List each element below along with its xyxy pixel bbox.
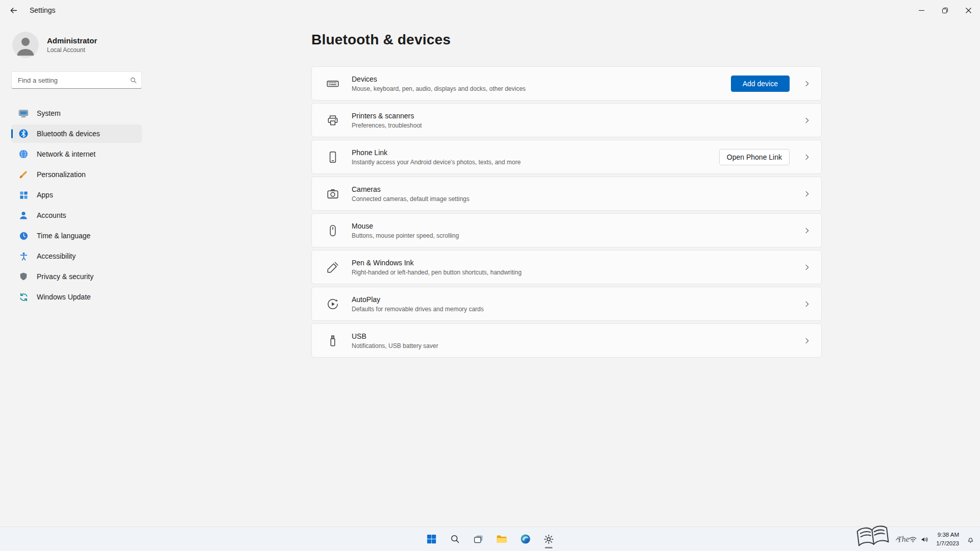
settings-card-pen-windows-ink[interactable]: Pen & Windows Ink Right-handed or left-h… [311,250,822,284]
sidebar: Administrator Local Account System Bluet… [0,20,153,527]
mouse-icon [326,224,339,237]
back-arrow-icon [9,6,18,15]
card-title: USB [352,332,803,340]
clock-tray-button[interactable]: 9:38 AM 1/7/2023 [933,529,962,549]
camera-icon [326,187,339,201]
chevron-right-icon [803,337,811,345]
sidebar-item-system[interactable]: System [11,104,142,122]
card-text: Printers & scanners Preferences, trouble… [352,112,803,129]
chevron-right-icon [803,116,811,124]
restore-icon [942,8,948,13]
user-name: Administrator [47,36,97,45]
bell-icon [966,535,975,544]
card-title: Printers & scanners [352,112,803,120]
sidebar-item-label: System [37,109,61,117]
file-explorer-icon [496,533,508,545]
page-title: Bluetooth & devices [311,32,822,48]
taskbar-search-button[interactable] [445,529,465,549]
card-title: Mouse [352,222,803,230]
settings-card-usb[interactable]: USB Notifications, USB battery saver [311,323,822,358]
card-text: Cameras Connected cameras, default image… [352,185,803,203]
card-text: USB Notifications, USB battery saver [352,332,803,349]
settings-app-button[interactable] [538,529,559,549]
back-button[interactable] [4,2,22,18]
card-title: Phone Link [352,148,719,157]
open-phone-link-button[interactable]: Open Phone Link [719,149,790,165]
sidebar-item-label: Windows Update [37,293,91,301]
card-title: AutoPlay [352,295,803,304]
sidebar-item-label: Network & internet [37,150,95,158]
personalization-icon [18,169,29,180]
card-subtitle: Instantly access your Android device's p… [352,159,719,166]
bluetooth-icon [18,129,29,139]
start-button[interactable] [421,529,442,549]
main-content: Bluetooth & devices Devices Mouse, keybo… [153,20,980,527]
system-tray: 9:38 AM 1/7/2023 [891,527,978,551]
restore-button[interactable] [933,0,957,20]
settings-card-phone-link[interactable]: Phone Link Instantly access your Android… [311,140,822,174]
devices-icon [326,77,339,90]
sidebar-item-accessibility[interactable]: Accessibility [11,247,142,265]
card-subtitle: Mouse, keyboard, pen, audio, displays an… [352,85,731,92]
add-device-button[interactable]: Add device [731,76,790,92]
settings-card-devices[interactable]: Devices Mouse, keyboard, pen, audio, dis… [311,66,822,101]
search-input[interactable] [12,77,130,84]
settings-card-printers-scanners[interactable]: Printers & scanners Preferences, trouble… [311,103,822,137]
sidebar-item-time-language[interactable]: Time & language [11,227,142,245]
card-text: AutoPlay Defaults for removable drives a… [352,295,803,313]
file-explorer-button[interactable] [492,529,512,549]
accessibility-icon [18,251,29,261]
sidebar-item-windows-update[interactable]: Windows Update [11,288,142,306]
tray-date: 1/7/2023 [936,539,959,548]
task-view-icon [473,534,484,544]
chevron-right-icon [803,300,811,308]
minimize-button[interactable] [910,0,933,20]
chevron-right-icon [803,263,811,271]
titlebar: Settings [0,0,980,20]
chevron-right-icon [803,80,811,88]
card-subtitle: Defaults for removable drives and memory… [352,306,803,313]
network-volume-button[interactable] [905,529,932,549]
close-icon [966,8,971,13]
notification-center-button[interactable] [963,529,978,549]
autoplay-icon [326,297,339,311]
sidebar-item-label: Time & language [37,232,90,240]
sidebar-item-network-internet[interactable]: Network & internet [11,145,142,163]
privacy-icon [18,271,29,282]
sidebar-item-accounts[interactable]: Accounts [11,206,142,224]
chevron-up-icon [894,536,901,543]
pen-icon [326,261,339,274]
card-subtitle: Right-handed or left-handed, pen button … [352,269,803,276]
task-view-button[interactable] [468,529,488,549]
card-title: Cameras [352,185,803,193]
phone-icon [326,151,339,164]
selected-indicator [11,129,13,138]
card-text: Mouse Buttons, mouse pointer speed, scro… [352,222,803,239]
sidebar-item-apps[interactable]: Apps [11,186,142,204]
card-title: Devices [352,75,731,83]
sidebar-item-privacy-security[interactable]: Privacy & security [11,267,142,286]
edge-browser-button[interactable] [515,529,535,549]
chevron-right-icon [803,190,811,198]
hidden-icons-button[interactable] [891,529,904,549]
card-subtitle: Notifications, USB battery saver [352,342,803,349]
avatar [12,32,39,58]
sidebar-item-bluetooth-devices[interactable]: Bluetooth & devices [11,124,142,143]
window-title: Settings [30,6,56,14]
gear-icon [543,534,554,545]
apps-icon [18,190,29,200]
close-button[interactable] [957,0,980,20]
settings-card-mouse[interactable]: Mouse Buttons, mouse pointer speed, scro… [311,213,822,247]
card-text: Devices Mouse, keyboard, pen, audio, dis… [352,75,731,92]
accounts-icon [18,210,29,220]
sidebar-item-personalization[interactable]: Personalization [11,165,142,184]
taskbar: 9:38 AM 1/7/2023 [0,527,980,551]
wifi-icon [909,535,917,544]
settings-card-cameras[interactable]: Cameras Connected cameras, default image… [311,177,822,211]
sidebar-item-label: Privacy & security [37,272,93,281]
settings-card-autoplay[interactable]: AutoPlay Defaults for removable drives a… [311,287,822,321]
sidebar-item-label: Accessibility [37,252,76,260]
printer-icon [326,114,339,127]
sidebar-item-label: Bluetooth & devices [37,130,100,138]
windows-update-icon [18,292,29,302]
